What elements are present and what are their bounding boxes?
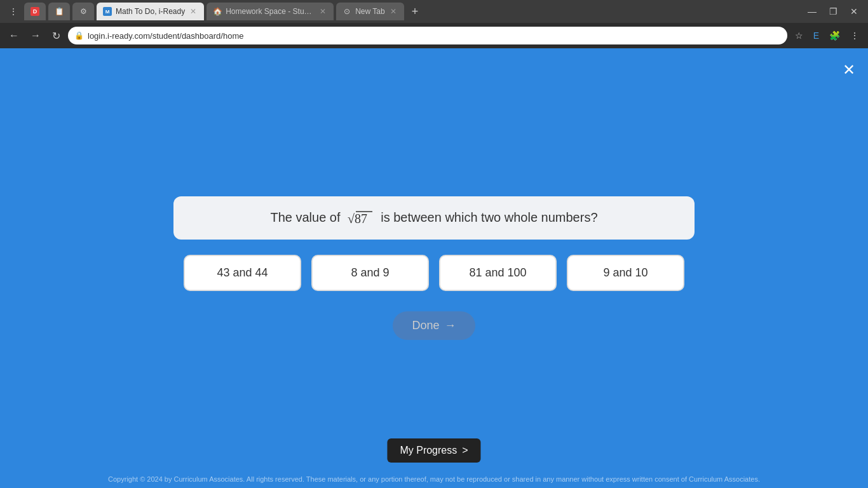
maximize-button[interactable]: ❐: [824, 4, 843, 19]
tab-studyx[interactable]: 🏠 Homework Space - StudyX ✕: [207, 3, 334, 20]
done-arrow-icon: →: [445, 319, 456, 332]
toolbar-right: ☆ E 🧩 ⋮: [791, 28, 863, 43]
my-progress-label: My Progress: [400, 445, 457, 456]
browser-chrome: ⋮ D 📋 ⚙ M Math To Do, i-Ready ✕ 🏠 Homewo…: [0, 0, 868, 48]
tab-title-newtab: New Tab: [355, 7, 384, 16]
tab-close-math[interactable]: ✕: [189, 6, 198, 17]
answer-option-1[interactable]: 43 and 44: [184, 255, 301, 291]
tab-favicon-ext2: 📋: [55, 7, 64, 16]
tab-favicon-studyx: 🏠: [213, 7, 222, 16]
tab-ext2[interactable]: 📋: [48, 3, 70, 20]
close-window-button[interactable]: ✕: [845, 4, 863, 19]
tab-bar-left: ⋮ D 📋 ⚙ M Math To Do, i-Ready ✕ 🏠 Homewo…: [5, 3, 423, 21]
tab-favicon-ext3: ⚙: [79, 7, 88, 16]
tab-favicon-ext1: D: [31, 7, 39, 16]
back-button[interactable]: ←: [5, 27, 23, 44]
tab-title-studyx: Homework Space - StudyX: [226, 7, 315, 16]
forward-button[interactable]: →: [27, 27, 44, 44]
answer-option-4[interactable]: 9 and 10: [567, 255, 684, 291]
main-content: ✕ The value of √87 is between which two …: [0, 48, 868, 488]
tab-title-math: Math To Do, i-Ready: [116, 7, 185, 16]
chrome-menu-right[interactable]: ⋮: [846, 28, 863, 43]
minimize-button[interactable]: —: [803, 4, 822, 19]
answer-option-2[interactable]: 8 and 9: [311, 255, 429, 291]
chrome-menu-btn[interactable]: ⋮: [5, 4, 22, 19]
done-button[interactable]: Done →: [393, 311, 475, 340]
bookmark-button[interactable]: ☆: [791, 28, 807, 43]
svg-text:√87: √87: [348, 212, 367, 226]
tab-close-newtab[interactable]: ✕: [389, 6, 398, 17]
extension-btn1[interactable]: E: [810, 28, 823, 43]
question-text-before: The value of: [270, 210, 340, 224]
tab-newtab[interactable]: ⊙ New Tab ✕: [336, 3, 403, 20]
footer: Copyright © 2024 by Curriculum Associate…: [0, 475, 868, 483]
my-progress-bar: My Progress >: [387, 438, 480, 463]
lock-icon: 🔒: [74, 31, 84, 40]
sqrt-expression: √87: [348, 209, 377, 225]
tab-close-studyx[interactable]: ✕: [318, 6, 327, 17]
address-text: login.i-ready.com/student/dashboard/home: [88, 31, 781, 41]
tab-favicon-math: M: [103, 7, 112, 16]
my-progress-button[interactable]: My Progress >: [387, 438, 480, 463]
footer-text: Copyright © 2024 by Curriculum Associate…: [108, 475, 760, 483]
question-text: The value of √87 is between which two wh…: [193, 209, 675, 227]
reload-button[interactable]: ↻: [48, 27, 64, 44]
tab-favicon-newtab: ⊙: [342, 7, 351, 16]
answers-row: 43 and 44 8 and 9 81 and 100 9 and 10: [184, 255, 684, 291]
my-progress-arrow-icon: >: [462, 445, 468, 456]
tab-bar: ⋮ D 📋 ⚙ M Math To Do, i-Ready ✕ 🏠 Homewo…: [0, 0, 868, 23]
done-label: Done: [412, 319, 439, 332]
close-lesson-button[interactable]: ✕: [840, 58, 858, 81]
tab-ext3[interactable]: ⚙: [72, 3, 94, 20]
tab-math-todo[interactable]: M Math To Do, i-Ready ✕: [97, 3, 204, 20]
new-tab-button[interactable]: +: [407, 3, 424, 21]
address-bar-row: ← → ↻ 🔒 login.i-ready.com/student/dashbo…: [0, 23, 868, 48]
question-text-after: is between which two whole numbers?: [381, 210, 597, 224]
address-bar[interactable]: 🔒 login.i-ready.com/student/dashboard/ho…: [68, 27, 787, 44]
question-card: The value of √87 is between which two wh…: [173, 196, 695, 240]
window-controls: — ❐ ✕: [803, 4, 863, 19]
extension-btn2[interactable]: 🧩: [825, 28, 844, 43]
tab-ext1[interactable]: D: [24, 3, 46, 20]
answer-option-3[interactable]: 81 and 100: [439, 255, 557, 291]
